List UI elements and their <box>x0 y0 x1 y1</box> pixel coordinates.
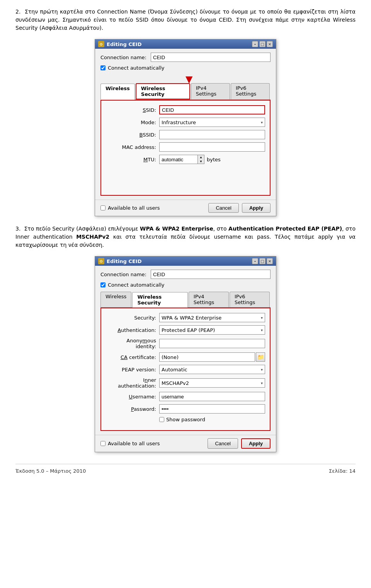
dialog1-form-spacer <box>106 167 265 190</box>
tab-ipv4-settings[interactable]: IPv4 Settings <box>191 83 230 99</box>
dialog1-autoconnect-checkbox[interactable] <box>100 65 106 70</box>
dialog2-tabs-bar: Wireless Wireless Security IPv4 Settings… <box>100 292 271 308</box>
dialog2-apply-btn[interactable]: Apply <box>241 438 271 449</box>
tab-wireless[interactable]: Wireless <box>100 84 135 100</box>
dialog2-username-input[interactable] <box>159 392 265 401</box>
dialog2-security-row: Security: WPA & WPA2 Enterprise ▾ <box>106 313 265 322</box>
dialog1-window: ⚙ Editing CEID – □ ✕ Connection name: Co… <box>95 39 276 216</box>
dialog2-titlebar: ⚙ Editing CEID – □ ✕ <box>95 256 276 266</box>
dialog2-tab-ipv4-settings[interactable]: IPv4 Settings <box>189 292 229 307</box>
dialog1-mtu-unit: bytes <box>207 157 221 162</box>
dialog1-mode-label: Mode: <box>106 120 156 125</box>
dialog1-mtu-input[interactable] <box>159 155 198 164</box>
dialog2-tab-wireless[interactable]: Wireless <box>100 292 131 307</box>
dialog2-autoconnect-label: Connect automatically <box>108 282 165 288</box>
dialog2-close-btn[interactable]: ✕ <box>267 258 273 264</box>
dialog1-bssid-row: BSSID: <box>106 130 265 139</box>
dialog2-security-label: Security: <box>106 315 156 321</box>
tab-ipv6-settings[interactable]: IPv6 Settings <box>231 83 270 99</box>
dialog1-apply-btn[interactable]: Apply <box>242 203 271 213</box>
dialog2-maximize-btn[interactable]: □ <box>259 258 265 264</box>
dialog2-inner-auth-arrow-icon: ▾ <box>261 381 263 385</box>
tab-arrow-annotation: ▼ <box>100 75 271 84</box>
dialog1-bssid-label: BSSID: <box>106 132 156 138</box>
dialog1-maximize-btn[interactable]: □ <box>259 41 265 47</box>
dialog2-security-dropdown[interactable]: WPA & WPA2 Enterprise ▾ <box>159 313 265 322</box>
dialog2-password-row: Password: <box>106 404 265 414</box>
dialog2-ca-cert-row: CA certificate: (None) 📁 <box>106 352 265 362</box>
dialog2-auth-dropdown[interactable]: Protected EAP (PEAP) ▾ <box>159 325 265 335</box>
dialog1-mac-input[interactable] <box>159 142 265 152</box>
dialog1-bssid-input[interactable] <box>159 130 265 139</box>
mtu-increment-btn[interactable]: ▲ <box>198 155 204 159</box>
dialog1-ssid-input[interactable] <box>159 105 265 115</box>
page-footer: Έκδοση 5.0 – Μάρτιος 2010 Σελίδα: 14 <box>15 464 356 474</box>
dialog2-titlebar-controls: – □ ✕ <box>252 258 273 264</box>
dialog2-show-pw-checkbox[interactable] <box>159 417 164 422</box>
dialog2-available-checkbox[interactable] <box>100 441 106 446</box>
dialog1-titlebar-controls: – □ ✕ <box>252 41 273 47</box>
dialog2-peap-ver-value: Automatic <box>162 367 187 373</box>
dialog1-title: Editing CEID <box>107 41 141 47</box>
dialog2-ca-cert-label: CA certificate: <box>106 354 156 360</box>
dialog1-conn-name-label: Connection name: <box>100 55 151 60</box>
dialog1-mtu-label: MTU: <box>106 157 156 162</box>
dialog2-security-value: WPA & WPA2 Enterprise <box>162 315 221 321</box>
dialog2-cancel-btn[interactable]: Cancel <box>208 438 238 449</box>
dialog2-tab-panel: Security: WPA & WPA2 Enterprise ▾ Authen… <box>100 308 271 431</box>
dialog1-tabs-bar: Wireless Wireless Security IPv4 Settings… <box>100 83 271 100</box>
dialog2-auth-arrow-icon: ▾ <box>261 328 263 332</box>
dialog2-username-label: Username: <box>106 394 156 400</box>
dialog1-close-btn[interactable]: ✕ <box>267 41 273 47</box>
dialog2-container: ⚙ Editing CEID – □ ✕ Connection name: Co… <box>15 256 356 452</box>
dialog2-available-row: Available to all users <box>100 441 160 446</box>
dialog2-anon-id-label: Anonymous identity: <box>106 338 156 349</box>
dialog2-peap-ver-row: PEAP version: Automatic ▾ <box>106 365 265 374</box>
dialog1-mtu-spinner: ▲ ▼ bytes <box>159 155 265 164</box>
dialog2-ca-cert-value: (None) <box>162 354 179 360</box>
dialog1-autoconnect-label: Connect automatically <box>108 65 165 71</box>
mtu-decrement-btn[interactable]: ▼ <box>198 159 204 164</box>
dialog1-container: ⚙ Editing CEID – □ ✕ Connection name: Co… <box>15 39 356 216</box>
dialog2-tab-wireless-security[interactable]: Wireless Security <box>132 292 187 308</box>
dialog2-window: ⚙ Editing CEID – □ ✕ Connection name: Co… <box>95 256 276 452</box>
dialog1-ssid-row: SSID: <box>106 105 265 115</box>
dialog2-conn-name-input[interactable] <box>151 270 271 279</box>
dialog1-title-icon: ⚙ <box>98 41 104 47</box>
dialog2-inner-auth-dropdown[interactable]: MSCHAPv2 ▾ <box>159 378 265 388</box>
item3-part1: Στο πεδίο Security (Ασφάλεια) επιλέγουμε <box>24 226 140 232</box>
dialog1-titlebar: ⚙ Editing CEID – □ ✕ <box>95 39 276 49</box>
dialog1-mode-dropdown[interactable]: Infrastructure ▾ <box>159 118 265 127</box>
dialog1-minimize-btn[interactable]: – <box>252 41 258 47</box>
dialog2-minimize-btn[interactable]: – <box>252 258 258 264</box>
dialog1-mtu-row: MTU: ▲ ▼ bytes <box>106 155 265 164</box>
item2-paragraph: 2. Στην πρώτη καρτέλα στο Connection Nam… <box>15 8 356 32</box>
dialog2-inner-auth-value: MSCHAPv2 <box>162 380 189 386</box>
dialog1-conn-name-input[interactable] <box>151 53 271 62</box>
dialog2-autoconnect-checkbox[interactable] <box>100 282 106 287</box>
dialog1-ssid-label: SSID: <box>106 107 156 113</box>
dialog2-inner-auth-row: Inner authentication: MSCHAPv2 ▾ <box>106 377 265 389</box>
dialog2-title-icon: ⚙ <box>98 258 104 264</box>
dialog1-available-row: Available to all users <box>100 205 160 211</box>
tab-wireless-security[interactable]: Wireless Security <box>136 83 190 99</box>
dialog2-anon-id-input[interactable] <box>159 339 265 348</box>
dialog1-available-checkbox[interactable] <box>100 205 106 210</box>
dialog2-auth-value: Protected EAP (PEAP) <box>162 327 215 333</box>
dialog2-available-label: Available to all users <box>108 441 160 446</box>
dialog2-password-input[interactable] <box>159 404 265 414</box>
dialog2-conn-name-label: Connection name: <box>100 272 151 277</box>
dialog2-show-password-row: Show password <box>106 417 265 422</box>
dialog2-conn-name-row: Connection name: <box>100 270 271 279</box>
dialog2-peap-ver-label: PEAP version: <box>106 367 156 373</box>
dialog2-ca-cert-file-btn[interactable]: 📁 <box>256 352 265 362</box>
dialog2-anon-id-row: Anonymous identity: <box>106 338 265 349</box>
dialog1-mtu-spinner-btns: ▲ ▼ <box>198 155 204 164</box>
dialog2-auth-label: Authentication: <box>106 327 156 333</box>
dialog2-tab-ipv6-settings[interactable]: IPv6 Settings <box>230 292 270 307</box>
dialog2-peap-ver-dropdown[interactable]: Automatic ▾ <box>159 365 265 374</box>
dialog1-cancel-btn[interactable]: Cancel <box>208 203 238 213</box>
item3-text: 3. Στο πεδίο Security (Ασφάλεια) επιλέγο… <box>15 225 356 249</box>
item3-bold2: Authentication Protected EAP (PEAP) <box>228 226 342 232</box>
dialog1-available-label: Available to all users <box>108 205 160 211</box>
